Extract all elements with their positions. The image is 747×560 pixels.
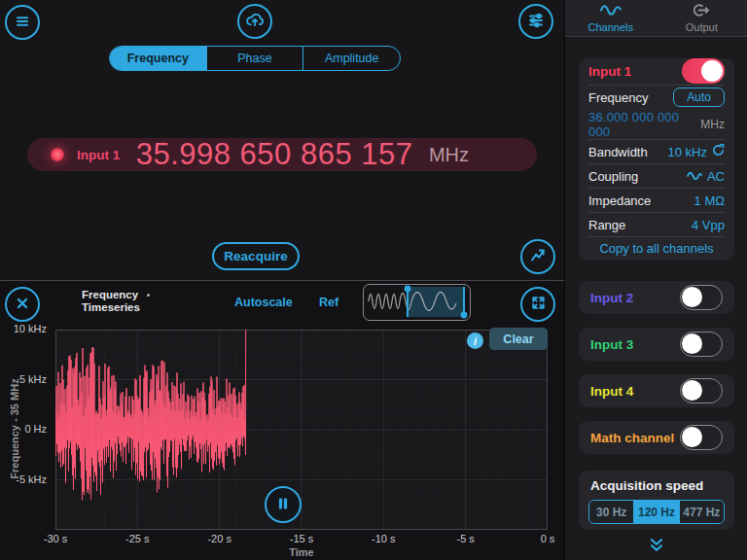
input4-card: Input 4 <box>579 374 734 407</box>
pause-icon <box>274 495 292 515</box>
reacquire-button[interactable]: Reacquire <box>212 242 300 270</box>
acquisition-speed-card: Acquisition speed 30 Hz 120 Hz 477 Hz <box>579 471 734 530</box>
speed-477hz-button[interactable]: 477 Hz <box>680 501 724 523</box>
x-tick: -30 s <box>44 533 67 544</box>
record-dot-icon <box>51 148 64 161</box>
x-axis-label: Time <box>55 546 548 558</box>
chevron-double-down-icon <box>648 541 665 555</box>
signal-view-button[interactable] <box>520 239 555 274</box>
timeseries-title[interactable]: Frequency Timeseries <box>82 289 150 314</box>
input1-card: Input 1 Frequency Auto 36.000 000 000 00… <box>579 58 734 261</box>
ref-button[interactable]: Ref <box>319 296 338 309</box>
math-channel-toggle[interactable] <box>680 425 723 450</box>
pause-button[interactable] <box>265 486 302 523</box>
app-root: Frequency Phase Amplitude Input 1 35.998… <box>0 0 747 560</box>
input1-toggle[interactable] <box>682 58 725 84</box>
tab-output[interactable]: Output <box>657 0 747 36</box>
coupling-row[interactable]: Coupling AC <box>588 164 725 189</box>
settings-sliders-icon <box>526 11 546 33</box>
input1-label: Input 1 <box>588 64 631 79</box>
y-tick: -5 kHz <box>16 473 47 485</box>
x-tick: -15 s <box>290 533 313 544</box>
x-tick: -5 s <box>456 533 474 544</box>
x-tick: -10 s <box>372 533 395 544</box>
refresh-icon[interactable] <box>712 144 725 159</box>
tab-frequency[interactable]: Frequency <box>110 47 207 70</box>
readout-frequency-value: 35.998 650 865 157 <box>120 137 429 172</box>
output-arrow-icon <box>691 3 712 19</box>
frequency-row: Frequency Auto <box>588 86 725 110</box>
input4-label: Input 4 <box>590 384 633 399</box>
input4-toggle[interactable] <box>680 378 723 403</box>
sidebar-tabbar: Channels Output <box>565 0 747 37</box>
timeseries-panel: Frequency Timeseries Autoscale Ref <box>0 281 564 560</box>
input3-card: Input 3 <box>579 328 734 361</box>
readout-frequency-unit: MHz <box>429 144 469 166</box>
x-tick: 0 s <box>541 533 555 544</box>
signal-trend-icon <box>528 246 548 268</box>
range-row[interactable]: Range 4 Vpp <box>588 213 725 237</box>
sine-wave-icon <box>599 3 622 19</box>
x-tick: -20 s <box>207 533 231 544</box>
cloud-upload-button[interactable] <box>237 4 272 39</box>
waveform-zoom-preview[interactable] <box>363 284 471 321</box>
input1-frequency-readout: Input 1 35.998 650 865 157 MHz <box>27 138 537 171</box>
settings-button[interactable] <box>518 4 553 39</box>
cloud-upload-icon <box>244 10 266 34</box>
input1-header-row: Input 1 <box>588 58 725 86</box>
x-axis-ticks: -30 s-25 s-20 s-15 s-10 s-5 s0 s <box>55 533 548 546</box>
input3-label: Input 3 <box>590 337 633 352</box>
tab-amplitude[interactable]: Amplitude <box>303 47 400 70</box>
sidebar: Channels Output Input 1 Frequency Auto 3… <box>564 0 747 560</box>
input2-label: Input 2 <box>590 291 633 305</box>
expand-icon <box>529 294 548 315</box>
ac-sine-icon <box>687 169 702 184</box>
menu-icon <box>13 12 32 34</box>
math-channel-label: Math channel <box>590 431 674 445</box>
autoscale-button[interactable]: Autoscale <box>234 296 293 309</box>
input2-card: Input 2 <box>579 281 734 314</box>
copy-to-all-channels-button[interactable]: Copy to all channels <box>588 241 725 256</box>
readout-channel-label: Input 1 <box>77 148 120 162</box>
bandwidth-row[interactable]: Bandwidth 10 kHz <box>588 140 725 164</box>
title-menu-dot-icon <box>147 294 150 297</box>
copy-row: Copy to all channels <box>588 237 725 261</box>
frequency-setting-value: 36.000 000 000 000 <box>588 110 696 139</box>
waveform-preview-icon <box>364 285 469 319</box>
x-tick: -25 s <box>125 533 149 544</box>
y-tick: 0 Hz <box>24 423 47 435</box>
close-panel-button[interactable] <box>5 287 40 322</box>
acquisition-speed-title: Acquisition speed <box>590 478 725 493</box>
main-area: Frequency Phase Amplitude Input 1 35.998… <box>0 0 564 560</box>
info-icon[interactable]: i <box>467 332 483 349</box>
input2-toggle[interactable] <box>680 285 723 310</box>
timeseries-plot-svg <box>55 330 548 530</box>
y-tick: 5 kHz <box>19 373 47 385</box>
auto-button[interactable]: Auto <box>673 88 725 107</box>
y-tick: 10 kHz <box>14 323 47 334</box>
acquisition-speed-segmented: 30 Hz 120 Hz 477 Hz <box>588 500 725 524</box>
scroll-more-button[interactable] <box>648 538 665 555</box>
y-axis-ticks: 10 kHz5 kHz0 Hz-5 kHz <box>0 330 52 530</box>
math-channel-card: Math channel <box>579 421 734 454</box>
tab-channels[interactable]: Channels <box>565 0 657 36</box>
frequency-value-row[interactable]: 36.000 000 000 000 MHz <box>588 110 725 140</box>
menu-button[interactable] <box>5 5 40 40</box>
expand-chart-button[interactable] <box>520 287 555 322</box>
speed-120hz-button[interactable]: 120 Hz <box>634 501 679 523</box>
frequency-setting-unit: MHz <box>700 118 725 131</box>
close-icon <box>14 295 31 315</box>
clear-button[interactable]: Clear <box>489 328 548 350</box>
tab-phase[interactable]: Phase <box>207 47 304 70</box>
timeseries-plot[interactable]: i Clear <box>55 330 548 530</box>
impedance-row[interactable]: Impedance 1 MΩ <box>588 189 725 213</box>
input3-toggle[interactable] <box>680 332 723 357</box>
measurement-tabbar: Frequency Phase Amplitude <box>109 46 401 71</box>
speed-30hz-button[interactable]: 30 Hz <box>589 501 634 523</box>
